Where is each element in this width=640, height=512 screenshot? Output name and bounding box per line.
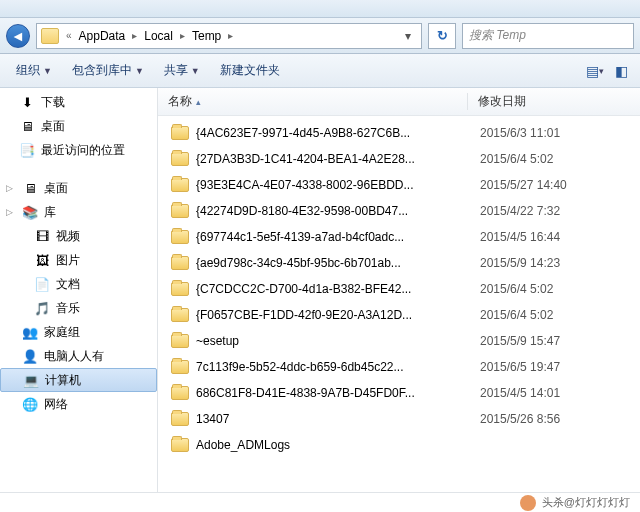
nav-icon: 🎞 [33,228,51,244]
file-row[interactable]: {93E3E4CA-4E07-4338-8002-96EBDD...2015/5… [158,172,640,198]
address-bar: ◄ « AppData ▸ Local ▸ Temp ▸ ▾ ↻ 搜索 Temp [0,18,640,54]
chevron-icon: ▸ [177,30,188,41]
folder-icon [170,280,190,298]
sidebar-item[interactable]: ▷📚库 [0,200,157,224]
chevron-icon: ▸ [225,30,236,41]
file-date: 2015/4/5 16:44 [476,230,560,244]
sidebar-item[interactable]: 🖥桌面 [0,114,157,138]
file-name: ~esetup [196,334,476,348]
file-name: {42274D9D-8180-4E32-9598-00BD47... [196,204,476,218]
column-name[interactable]: 名称 ▴ [158,93,468,110]
organize-menu[interactable]: 组织 ▼ [8,58,60,83]
sidebar-item[interactable]: ▷🖥桌面 [0,176,157,200]
file-row[interactable]: {697744c1-5e5f-4139-a7ad-b4cf0adc...2015… [158,224,640,250]
sort-arrow-icon: ▴ [196,97,201,107]
chevron-icon: « [63,30,75,41]
breadcrumb-item[interactable]: Local [142,29,175,43]
nav-icon: 🖼 [33,252,51,268]
chevron-down-icon: ▼ [191,66,200,76]
file-row[interactable]: 7c113f9e-5b52-4ddc-b659-6db45c22...2015/… [158,354,640,380]
sidebar-item[interactable]: 🎞视频 [0,224,157,248]
file-name: {27DA3B3D-1C41-4204-BEA1-4A2E28... [196,152,476,166]
share-menu[interactable]: 共享 ▼ [156,58,208,83]
folder-icon [170,150,190,168]
file-row[interactable]: {F0657CBE-F1DD-42f0-9E20-A3A12D...2015/6… [158,302,640,328]
chevron-down-icon: ▼ [135,66,144,76]
file-date: 2015/5/26 8:56 [476,412,560,426]
folder-icon [170,436,190,454]
file-row[interactable]: 134072015/5/26 8:56 [158,406,640,432]
file-row[interactable]: Adobe_ADMLogs [158,432,640,458]
sidebar-item-label: 库 [44,204,56,221]
folder-icon [170,176,190,194]
file-row[interactable]: {42274D9D-8180-4E32-9598-00BD47...2015/4… [158,198,640,224]
nav-icon: 📚 [21,204,39,220]
view-options-icon[interactable]: ▤ ▾ [584,60,606,82]
sidebar-item[interactable]: 💻计算机 [0,368,157,392]
new-folder-button[interactable]: 新建文件夹 [212,58,288,83]
file-date: 2015/6/5 19:47 [476,360,560,374]
nav-icon: ⬇ [18,94,36,110]
sidebar-item[interactable]: 📑最近访问的位置 [0,138,157,162]
file-name: {C7CDCC2C-D700-4d1a-B382-BFE42... [196,282,476,296]
breadcrumb-item[interactable]: Temp [190,29,223,43]
sidebar-item-label: 最近访问的位置 [41,142,125,159]
file-row[interactable]: {4AC623E7-9971-4d45-A9B8-627C6B...2015/6… [158,120,640,146]
file-name: 13407 [196,412,476,426]
sidebar-item-label: 图片 [56,252,80,269]
column-date[interactable]: 修改日期 [468,93,640,110]
sidebar-item[interactable]: 👥家庭组 [0,320,157,344]
folder-icon [170,124,190,142]
expand-arrow-icon: ▷ [6,207,16,217]
folder-icon [170,202,190,220]
sidebar-item[interactable]: 📄文档 [0,272,157,296]
include-library-menu[interactable]: 包含到库中 ▼ [64,58,152,83]
file-row[interactable]: {27DA3B3D-1C41-4204-BEA1-4A2E28...2015/6… [158,146,640,172]
file-row[interactable]: {ae9d798c-34c9-45bf-95bc-6b701ab...2015/… [158,250,640,276]
file-name: 686C81F8-D41E-4838-9A7B-D45FD0F... [196,386,476,400]
footer-text: 头杀@灯灯灯灯灯 [542,495,630,510]
file-row[interactable]: 686C81F8-D41E-4838-9A7B-D45FD0F...2015/4… [158,380,640,406]
refresh-button[interactable]: ↻ [428,23,456,49]
file-row[interactable]: {C7CDCC2C-D700-4d1a-B382-BFE42...2015/6/… [158,276,640,302]
file-date: 2015/6/4 5:02 [476,282,553,296]
file-date: 2015/4/22 7:32 [476,204,560,218]
nav-icon: 🖥 [21,180,39,196]
file-name: 7c113f9e-5b52-4ddc-b659-6db45c22... [196,360,476,374]
folder-icon [170,254,190,272]
file-list: 名称 ▴ 修改日期 {4AC623E7-9971-4d45-A9B8-627C6… [158,88,640,492]
file-name: {F0657CBE-F1DD-42f0-9E20-A3A12D... [196,308,476,322]
file-date: 2015/6/3 11:01 [476,126,560,140]
preview-pane-icon[interactable]: ◧ [610,60,632,82]
breadcrumb[interactable]: « AppData ▸ Local ▸ Temp ▸ ▾ [36,23,422,49]
nav-icon: 📄 [33,276,51,292]
nav-icon: 📑 [18,142,36,158]
status-bar: 头杀@灯灯灯灯灯 [0,492,640,512]
file-date: 2015/4/5 14:01 [476,386,560,400]
sidebar-item[interactable]: 🌐网络 [0,392,157,416]
file-row[interactable]: ~esetup2015/5/9 15:47 [158,328,640,354]
file-date: 2015/5/27 14:40 [476,178,567,192]
breadcrumb-item[interactable]: AppData [77,29,128,43]
sidebar-item-label: 文档 [56,276,80,293]
search-input[interactable]: 搜索 Temp [462,23,634,49]
sidebar-item[interactable]: 🎵音乐 [0,296,157,320]
nav-icon: 🌐 [21,396,39,412]
nav-back-button[interactable]: ◄ [6,24,30,48]
breadcrumb-dropdown-icon[interactable]: ▾ [399,29,417,43]
folder-icon [170,410,190,428]
sidebar-item[interactable]: 🖼图片 [0,248,157,272]
file-date: 2015/5/9 15:47 [476,334,560,348]
navigation-sidebar: ⬇下载🖥桌面📑最近访问的位置▷🖥桌面▷📚库🎞视频🖼图片📄文档🎵音乐👥家庭组👤电脑… [0,88,158,492]
folder-icon [170,358,190,376]
sidebar-item[interactable]: ⬇下载 [0,90,157,114]
chevron-down-icon: ▼ [43,66,52,76]
file-name: {93E3E4CA-4E07-4338-8002-96EBDD... [196,178,476,192]
sidebar-item-label: 电脑人人有 [44,348,104,365]
sidebar-item-label: 音乐 [56,300,80,317]
file-name: {697744c1-5e5f-4139-a7ad-b4cf0adc... [196,230,476,244]
file-name: {4AC623E7-9971-4d45-A9B8-627C6B... [196,126,476,140]
sidebar-item-label: 网络 [44,396,68,413]
sidebar-item[interactable]: 👤电脑人人有 [0,344,157,368]
file-date: 2015/6/4 5:02 [476,308,553,322]
